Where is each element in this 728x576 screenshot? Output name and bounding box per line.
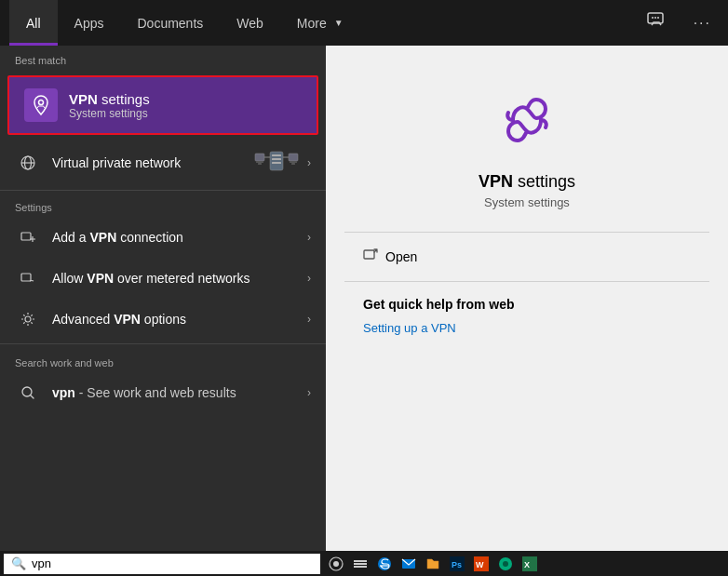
left-panel: Best match VPN settings System settings xyxy=(0,46,326,551)
svg-point-23 xyxy=(22,387,32,396)
tab-documents[interactable]: Documents xyxy=(120,0,220,46)
network-thumbnail xyxy=(253,146,300,179)
add-vpn-connection-item[interactable]: Add a VPN connection › xyxy=(0,217,326,258)
allow-vpn-icon xyxy=(15,265,41,291)
svg-text:Ps: Ps xyxy=(452,560,462,569)
advanced-vpn-item[interactable]: Advanced VPN options › xyxy=(0,299,326,340)
right-panel-divider-2 xyxy=(344,281,709,282)
svg-rect-17 xyxy=(289,154,298,161)
open-button[interactable]: Open xyxy=(344,248,417,266)
tab-all[interactable]: All xyxy=(9,0,58,46)
svg-point-27 xyxy=(333,561,339,567)
tab-documents-label: Documents xyxy=(137,16,203,31)
virtual-private-network-item[interactable]: Virtual private network xyxy=(0,139,326,186)
quick-help-title: Get quick help from web xyxy=(344,297,515,312)
svg-rect-15 xyxy=(272,162,281,164)
best-match-item[interactable]: VPN settings System settings xyxy=(7,75,318,135)
advanced-vpn-title: Advanced VPN options xyxy=(52,312,307,327)
feedback-icon[interactable] xyxy=(640,8,671,37)
chevron-right-icon-3: › xyxy=(307,272,311,285)
add-vpn-content: Add a VPN connection xyxy=(52,230,307,245)
settings-section-label: Settings xyxy=(0,194,326,217)
svg-rect-29 xyxy=(354,563,367,565)
allow-vpn-content: Allow VPN over metered networks xyxy=(52,271,307,286)
add-vpn-title: Add a VPN connection xyxy=(52,230,307,245)
svg-rect-18 xyxy=(290,161,297,163)
web-search-title: vpn - See work and web results xyxy=(52,385,307,400)
best-match-label: Best match xyxy=(0,46,326,72)
advanced-vpn-icon xyxy=(15,306,41,332)
svg-point-2 xyxy=(654,17,656,19)
search-result-icon xyxy=(15,150,41,176)
svg-rect-25 xyxy=(364,250,374,259)
right-panel-divider xyxy=(344,232,709,233)
chevron-right-icon-5: › xyxy=(307,386,311,399)
tab-web-label: Web xyxy=(236,16,263,31)
chevron-right-icon-2: › xyxy=(307,231,311,244)
tab-all-label: All xyxy=(26,16,41,31)
taskbar-icons: Ps W X xyxy=(326,554,540,574)
taskbar-search-input[interactable] xyxy=(32,556,313,570)
vpn-settings-title: VPN settings xyxy=(69,91,150,107)
svg-rect-8 xyxy=(255,154,264,161)
svg-rect-21 xyxy=(21,274,31,281)
virtual-private-network-content: Virtual private network xyxy=(52,155,253,170)
tab-more[interactable]: More ▼ xyxy=(280,0,360,46)
search-work-label: Search work and web xyxy=(0,348,326,372)
tab-apps[interactable]: Apps xyxy=(58,0,121,46)
more-options-icon[interactable]: ··· xyxy=(686,9,719,36)
allow-vpn-title: Allow VPN over metered networks xyxy=(52,271,307,286)
chevron-down-icon: ▼ xyxy=(334,18,344,28)
advanced-vpn-content: Advanced VPN options xyxy=(52,312,307,327)
tab-apps-label: Apps xyxy=(74,16,104,31)
allow-vpn-item[interactable]: Allow VPN over metered networks › xyxy=(0,258,326,299)
svg-rect-19 xyxy=(291,163,295,165)
svg-rect-30 xyxy=(354,566,367,568)
main-container: Best match VPN settings System settings xyxy=(0,46,728,551)
right-app-name: VPN settings xyxy=(479,172,575,192)
browser-icon[interactable] xyxy=(495,554,516,574)
taskbar: 🔍 Ps W xyxy=(0,551,728,576)
office-icon[interactable]: W xyxy=(471,554,492,574)
web-search-content: vpn - See work and web results xyxy=(52,385,307,400)
photoshop-icon[interactable]: Ps xyxy=(447,554,467,574)
svg-rect-20 xyxy=(21,233,31,240)
svg-point-4 xyxy=(39,100,44,105)
svg-text:X: X xyxy=(524,560,530,569)
svg-rect-14 xyxy=(272,158,281,160)
open-icon xyxy=(363,248,378,266)
svg-rect-28 xyxy=(354,560,367,562)
svg-rect-9 xyxy=(256,161,263,163)
svg-rect-10 xyxy=(258,163,262,165)
divider-1 xyxy=(0,190,326,191)
right-app-subtitle: System settings xyxy=(484,195,570,209)
open-label: Open xyxy=(385,249,417,264)
excel-icon[interactable]: X xyxy=(519,554,540,574)
svg-line-24 xyxy=(31,395,34,398)
taskbar-search-icon: 🔍 xyxy=(11,556,26,570)
files-icon[interactable] xyxy=(423,554,443,574)
tab-web[interactable]: Web xyxy=(220,0,280,46)
edge-icon[interactable] xyxy=(374,554,395,574)
svg-point-38 xyxy=(503,561,508,567)
svg-rect-13 xyxy=(272,154,281,156)
web-search-item[interactable]: vpn - See work and web results › xyxy=(0,372,326,413)
taskview-icon[interactable] xyxy=(326,554,346,574)
taskbar-apps-icon[interactable] xyxy=(350,554,371,574)
svg-point-22 xyxy=(25,316,31,322)
svg-point-3 xyxy=(657,17,659,19)
taskbar-search-bar[interactable]: 🔍 xyxy=(4,554,320,574)
vpn-settings-icon xyxy=(24,88,58,122)
add-vpn-icon xyxy=(15,224,41,250)
chevron-right-icon: › xyxy=(307,156,311,169)
vpn-settings-text: VPN settings System settings xyxy=(69,91,150,120)
chevron-right-icon-4: › xyxy=(307,313,311,326)
virtual-private-network-title: Virtual private network xyxy=(52,155,253,170)
quick-help-link[interactable]: Setting up a VPN xyxy=(344,321,456,335)
svg-text:W: W xyxy=(476,560,484,569)
right-panel: VPN settings System settings Open Get qu… xyxy=(326,46,728,551)
mail-icon[interactable] xyxy=(398,554,419,574)
svg-point-1 xyxy=(652,17,654,19)
vpn-app-icon xyxy=(490,83,564,157)
web-search-icon xyxy=(15,380,41,406)
